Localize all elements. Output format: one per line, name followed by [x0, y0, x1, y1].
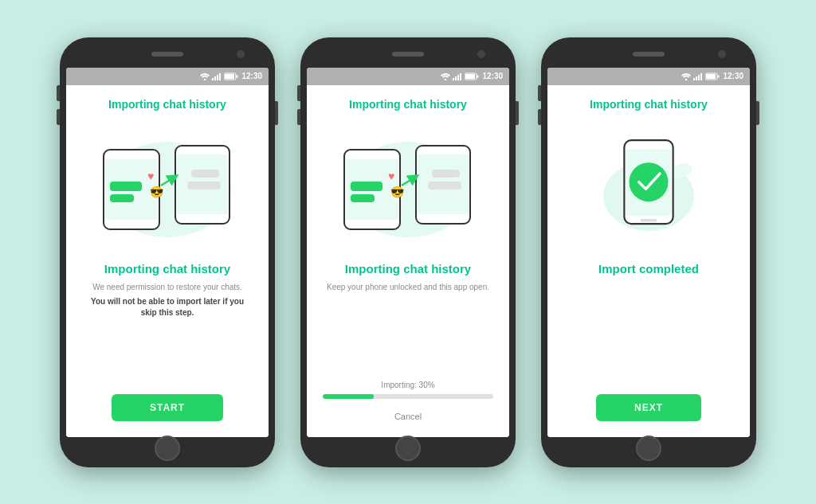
svg-rect-39	[693, 78, 695, 80]
status-bar-2: 12:30	[307, 68, 509, 85]
svg-rect-1	[212, 78, 214, 80]
home-button-2[interactable]	[395, 436, 421, 461]
phone-1-wrapper: 12:30 Importing chat history	[60, 37, 275, 467]
phone-device-2: 12:30 Importing chat history ♥ 😎	[300, 37, 516, 467]
svg-rect-11	[110, 182, 142, 191]
phone-top-2	[307, 45, 509, 68]
phone-bottom-3	[547, 437, 750, 459]
phone-3-wrapper: 12:30 Importing chat history	[541, 37, 756, 467]
progress-label: Importing: 30%	[323, 381, 493, 389]
phone-screen-2: 12:30 Importing chat history ♥ 😎	[307, 68, 509, 437]
svg-rect-3	[217, 75, 218, 80]
cancel-button[interactable]: Cancel	[394, 412, 422, 421]
svg-point-51	[630, 162, 669, 201]
svg-rect-30	[351, 182, 382, 191]
svg-point-0	[204, 78, 206, 80]
illustration-1: ♥ 😎	[88, 122, 247, 249]
side-button-left-3b	[538, 109, 541, 125]
screen-content-2: Importing chat history ♥ 😎	[307, 85, 509, 437]
screen-title-2: Importing chat history	[349, 98, 467, 111]
svg-rect-52	[641, 219, 657, 222]
phone-screen-1: 12:30 Importing chat history	[66, 68, 269, 437]
start-button[interactable]: START	[112, 394, 223, 421]
phone-bottom-1	[66, 437, 269, 459]
status-time-2: 12:30	[482, 72, 503, 80]
svg-rect-26	[465, 74, 475, 79]
svg-point-19	[445, 78, 446, 80]
svg-text:😎: 😎	[150, 186, 164, 199]
svg-text:♥: ♥	[147, 170, 154, 182]
speaker-3	[633, 52, 665, 57]
svg-rect-20	[453, 78, 454, 80]
phone-device-3: 12:30 Importing chat history	[541, 37, 756, 467]
screen-content-3: Importing chat history	[547, 85, 750, 437]
illustration-2: ♥ 😎	[328, 122, 488, 249]
svg-rect-23	[460, 73, 461, 80]
svg-rect-12	[110, 194, 134, 202]
side-button-right-1	[275, 101, 278, 125]
next-button[interactable]: NEXT	[596, 394, 701, 421]
svg-rect-22	[457, 75, 459, 80]
svg-point-48	[675, 163, 692, 176]
svg-text:😎: 😎	[390, 186, 405, 199]
svg-rect-31	[351, 194, 375, 202]
progress-track	[323, 394, 493, 399]
home-button-3[interactable]	[636, 436, 661, 461]
side-button-left-3a	[538, 85, 541, 101]
svg-rect-4	[219, 73, 221, 80]
svg-rect-21	[455, 76, 457, 80]
phone-device-1: 12:30 Importing chat history	[60, 37, 275, 467]
side-button-right-2	[516, 101, 519, 125]
svg-rect-2	[214, 76, 216, 80]
svg-rect-44	[718, 75, 720, 77]
phone-top-1	[66, 45, 269, 68]
phone-screen-3: 12:30 Importing chat history	[547, 68, 750, 437]
side-button-left-1b	[57, 109, 60, 125]
screen-content-1: Importing chat history ♥	[66, 85, 269, 437]
screen-title-3: Importing chat history	[590, 98, 708, 111]
side-button-left-2b	[297, 109, 300, 125]
status-time-1: 12:30	[241, 72, 262, 80]
speaker-2	[392, 52, 424, 57]
svg-rect-36	[432, 170, 460, 178]
status-bar-3: 12:30	[547, 68, 750, 85]
svg-rect-41	[698, 75, 700, 80]
progress-fill	[323, 394, 374, 399]
completed-title: Import completed	[598, 262, 699, 275]
speaker-1	[151, 52, 183, 57]
status-time-3: 12:30	[723, 72, 743, 80]
home-button-1[interactable]	[155, 436, 180, 461]
svg-rect-40	[696, 76, 697, 80]
front-camera-1	[237, 50, 245, 58]
svg-rect-25	[477, 75, 479, 77]
svg-rect-17	[191, 170, 219, 178]
status-icons-3	[681, 72, 720, 80]
bold-text-1: You will not be able to import later if …	[82, 296, 253, 318]
main-heading-1: Importing chat history	[104, 262, 230, 275]
phone-top-3	[547, 45, 750, 68]
svg-rect-7	[225, 74, 234, 79]
main-heading-2: Importing chat history	[345, 262, 471, 275]
sub-text-1: We need permission to restore your chats…	[92, 282, 242, 293]
side-button-left-1a	[57, 85, 60, 101]
front-camera-2	[477, 50, 485, 58]
screen-title-1: Importing chat history	[108, 98, 226, 111]
front-camera-3	[718, 50, 726, 58]
phone-2-wrapper: 12:30 Importing chat history ♥ 😎	[300, 37, 516, 467]
illustration-3	[569, 122, 728, 249]
svg-rect-37	[428, 182, 461, 189]
side-button-right-3	[756, 101, 759, 125]
svg-text:♥: ♥	[388, 170, 394, 182]
svg-point-38	[685, 78, 687, 80]
phone-bottom-2	[307, 437, 509, 459]
progress-container: Importing: 30%	[323, 381, 493, 399]
status-icons-1	[200, 72, 238, 80]
status-icons-2	[441, 72, 479, 80]
svg-rect-6	[237, 75, 238, 77]
svg-rect-45	[706, 74, 716, 79]
svg-rect-42	[700, 73, 702, 80]
status-bar-1: 12:30	[66, 68, 269, 85]
sub-text-2: Keep your phone unlocked and this app op…	[327, 282, 489, 293]
side-button-left-2a	[297, 85, 300, 101]
svg-rect-18	[187, 182, 221, 189]
